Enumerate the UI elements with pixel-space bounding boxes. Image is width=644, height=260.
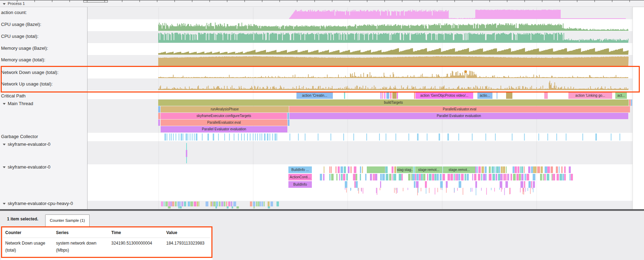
critical-path-slice[interactable] (414, 93, 415, 99)
main-thread-slice[interactable]: Parallel Evaluator evaluation (289, 113, 628, 119)
critical-path-slice[interactable] (506, 93, 512, 99)
details-panel: 1 item selected. Counter Sample (1) Coun… (0, 211, 644, 260)
panel-divider[interactable] (0, 209, 644, 211)
table-header-series[interactable]: Series (56, 230, 69, 235)
skyframe-labeled-slice[interactable] (367, 166, 385, 173)
critical-path-slice[interactable]: actio... (477, 93, 492, 99)
main-thread-slice[interactable]: runAnalysisPhase (161, 106, 289, 112)
counter-track-cpu-usage-bazel-[interactable] (158, 22, 629, 31)
sidebar-track-label[interactable]: Network Up usage (total): (1, 81, 52, 87)
sidebar-track-label[interactable]: Memory usage (total): (1, 57, 45, 63)
sidebar-track-label[interactable]: skyframe-evaluator-0 (3, 142, 50, 147)
critical-path-slice[interactable] (386, 93, 389, 99)
sidebar-track-label[interactable]: skyframe-evaluator-cpu-heavy-0 (3, 201, 73, 206)
collapse-triangle-icon (3, 103, 6, 105)
main-thread-slice[interactable]: Parallel Evaluator evaluation (161, 126, 287, 132)
sidebar-track-label[interactable]: CPU usage (Bazel): (1, 22, 41, 27)
skyframe-droplines (345, 188, 533, 195)
table-header-underline (3, 238, 210, 238)
main-thread-slice[interactable]: buildTargets (158, 100, 629, 106)
selection-status: 1 item selected. (7, 217, 38, 221)
skyframe-labeled-slice[interactable]: ActionConti... (288, 174, 312, 180)
sidebar-track-label[interactable]: CPU usage (total): (1, 34, 38, 39)
sidebar-track-label[interactable]: Memory usage (Bazel): (1, 46, 48, 51)
critical-path-slice[interactable] (390, 93, 392, 99)
process-group-header[interactable]: Process 1 (0, 0, 644, 7)
viewport-indicator[interactable] (83, 0, 108, 2)
main-thread-slice[interactable] (158, 119, 160, 126)
critical-path-slice[interactable]: act... (615, 93, 627, 99)
main-thread-slice[interactable] (288, 119, 289, 126)
sidebar-track-label[interactable]: Garbage Collector (1, 134, 38, 139)
skyframe-labeled-slice[interactable]: stag:stag... (397, 166, 413, 173)
table-cell[interactable]: (Mbps) (56, 248, 69, 253)
critical-path-slice[interactable]: action 'Linking go... (568, 93, 612, 99)
main-thread-slice[interactable] (631, 100, 632, 106)
table-cell[interactable]: (total) (5, 248, 16, 253)
sidebar-track-label[interactable]: Critical Path (1, 93, 26, 99)
skyframe-labeled-slice[interactable]: stage.remot... (443, 166, 475, 173)
main-thread-slice[interactable] (158, 106, 160, 112)
process-header-label[interactable]: Process 1 (3, 1, 25, 6)
collapse-triangle-icon (3, 144, 6, 145)
collapse-triangle-icon (3, 3, 6, 5)
counter-track-network-down-usage-total-[interactable] (158, 71, 628, 78)
main-thread-slice[interactable] (629, 100, 631, 106)
collapse-triangle-icon (3, 166, 6, 168)
main-thread-slice[interactable]: ParallelEvaluator.eval (161, 119, 287, 126)
main-thread-slice[interactable]: skyframeExecutor.configureTargets (161, 113, 287, 119)
main-thread-slice[interactable] (158, 113, 160, 119)
counter-track-memory-usage-bazel-[interactable] (158, 48, 629, 55)
skyframe-labeled-slice[interactable]: BuildInfo ... (288, 166, 312, 173)
sidebar-track-label[interactable]: skyframe-evaluator-0 (3, 164, 50, 170)
counter-track-network-up-usage-total-[interactable] (158, 81, 629, 90)
sidebar-track-label[interactable]: action count: (1, 10, 27, 15)
critical-path-slice[interactable]: action 'Creatin... (296, 93, 333, 99)
critical-path-slice[interactable]: action 'GenObjcProtos video/... (415, 93, 473, 99)
trace-viewer-window: { "process": {"label": "Process 1"}, "co… (0, 0, 644, 260)
critical-path-slice[interactable] (344, 93, 345, 99)
table-cell[interactable]: 184.1793113323983 (166, 241, 204, 246)
critical-path-slice[interactable] (384, 93, 385, 99)
counter-track-memory-usage-total-[interactable] (158, 56, 629, 67)
skyframe-labeled-slice[interactable]: BuildInfo (288, 181, 312, 188)
skyframe-evaluator-cpu-heavy-0-slices[interactable] (161, 201, 279, 208)
critical-path-slice[interactable] (497, 93, 497, 99)
table-header-value[interactable]: Value (166, 230, 177, 235)
tab-counter-sample[interactable]: Counter Sample (1) (45, 214, 90, 227)
skyframe-evaluator-0-tick[interactable] (186, 143, 187, 163)
critical-path-slice[interactable] (380, 93, 382, 99)
selected-counter-sample-marker[interactable] (464, 70, 467, 73)
counter-track-action-count[interactable] (289, 9, 626, 19)
critical-path-slice[interactable] (382, 93, 383, 99)
sidebar-track-label[interactable]: Network Down usage (total): (1, 70, 58, 75)
collapse-triangle-icon (3, 203, 6, 205)
garbage-collector-ticks[interactable] (164, 134, 620, 141)
table-cell[interactable]: 324190.51300000004 (111, 241, 152, 246)
table-cell[interactable]: system network down (56, 241, 96, 246)
table-header-counter[interactable]: Counter (5, 230, 21, 235)
skyframe-labeled-slice[interactable]: stage:remot... (415, 166, 442, 173)
counter-track-cpu-usage-total-[interactable] (158, 33, 629, 43)
main-thread-slice[interactable] (287, 113, 289, 119)
track-name-sidebar: action count:CPU usage (Bazel):CPU usage… (0, 7, 88, 210)
sidebar-track-label[interactable]: Main Thread (3, 101, 33, 107)
critical-path-slice[interactable] (397, 93, 398, 99)
critical-path-slice[interactable] (544, 93, 548, 99)
table-cell[interactable]: Network Down usage (5, 241, 45, 246)
critical-path-slice[interactable] (392, 93, 397, 99)
main-thread-slice[interactable]: ParallelEvaluator.eval (289, 106, 630, 112)
table-header-time[interactable]: Time (111, 230, 121, 235)
